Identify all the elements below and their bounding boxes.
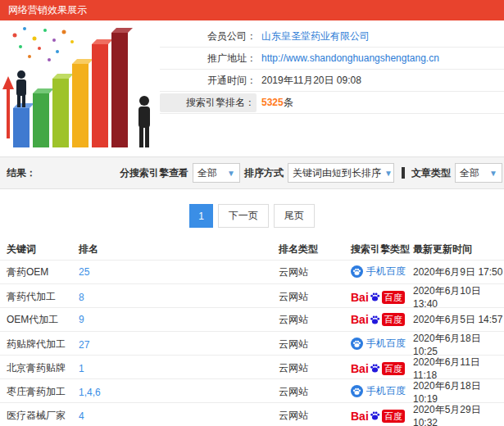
- table-row: 膏药代加工 8 云网站 Bai 百度 手机百度 2020年6月10日 13:40: [0, 284, 504, 308]
- header-rank-type: 排名类型: [279, 242, 351, 256]
- keyword-cell: 北京膏药贴牌: [7, 361, 79, 375]
- divider: [402, 167, 405, 179]
- baidu-bai-text: Bai: [351, 291, 369, 304]
- mobile-baidu-label: 手机百度: [366, 384, 406, 398]
- chevron-down-icon: ▼: [227, 169, 235, 178]
- header-updated: 最新更新时间: [413, 242, 504, 256]
- promo-url-link[interactable]: http://www.shandonghuangshengtang.cn: [261, 52, 439, 64]
- baidu-paw-icon: [370, 315, 380, 325]
- next-page-button[interactable]: 下一页: [218, 204, 269, 228]
- mobile-baidu-label: 手机百度: [366, 337, 406, 351]
- rank-link[interactable]: 9: [79, 314, 279, 325]
- mobile-baidu-logo: 手机百度: [351, 337, 406, 351]
- rank-count-number: 5325: [261, 97, 284, 108]
- baidu-logo: Bai 百度: [351, 362, 405, 375]
- mobile-baidu-icon: [351, 265, 363, 278]
- article-type-label: 文章类型: [411, 166, 451, 180]
- sort-label: 排序方式: [244, 166, 284, 180]
- rank-count-label: 搜索引擎排名：: [160, 93, 257, 112]
- rank-link[interactable]: 1,4,6: [79, 387, 279, 398]
- engine-cell: Bai 百度 手机百度: [351, 291, 413, 304]
- baidu-paw-icon: [370, 363, 380, 374]
- rank-link[interactable]: 4: [79, 410, 279, 422]
- page-title: 网络营销效果展示: [0, 0, 504, 20]
- table-row: 药贴牌代加工 27 云网站 Bai 百度 手机百度 2020年6月18日 10:…: [0, 332, 504, 356]
- rank-link[interactable]: 8: [79, 292, 279, 303]
- keyword-cell: 膏药代加工: [7, 290, 79, 304]
- engine-cell: Bai 百度 手机百度: [351, 313, 413, 326]
- mobile-baidu-logo: 手机百度: [351, 265, 406, 279]
- info-row-rank-count: 搜索引擎排名： 5325条: [160, 92, 504, 114]
- header-keyword: 关键词: [7, 242, 79, 256]
- info-row-open-time: 开通时间： 2019年11月20日 09:08: [160, 70, 504, 92]
- info-row-url: 推广地址： http://www.shandonghuangshengtang.…: [160, 48, 504, 70]
- article-type-select[interactable]: 全部 ▼: [455, 163, 502, 183]
- chevron-down-icon: ▼: [489, 169, 497, 178]
- engine-cell: Bai 百度 手机百度: [351, 362, 413, 375]
- table-row: 医疗器械厂家 4 云网站 Bai 百度 手机百度 2020年5月29日 10:3…: [0, 403, 504, 426]
- rank-type-cell: 云网站: [279, 361, 351, 375]
- keyword-cell: OEM代加工: [7, 313, 79, 327]
- company-link[interactable]: 山东皇圣堂药业有限公司: [261, 29, 370, 43]
- top-section: 会员公司： 山东皇圣堂药业有限公司 推广地址： http://www.shand…: [0, 20, 504, 152]
- rank-type-cell: 云网站: [279, 290, 351, 304]
- updated-cell: 2020年5月29日 10:32: [413, 403, 504, 426]
- pagination: 1 下一页 尾页: [0, 204, 504, 228]
- keyword-cell: 枣庄膏药加工: [7, 385, 79, 399]
- last-page-button[interactable]: 尾页: [274, 204, 315, 228]
- keyword-cell: 药贴牌代加工: [7, 338, 79, 351]
- table-row: 膏药OEM 25 云网站 Bai 百度 手机百度 2020年6月9日 17:50: [0, 261, 504, 284]
- mobile-baidu-logo: 手机百度: [351, 384, 406, 398]
- table-row: OEM代加工 9 云网站 Bai 百度 手机百度 2020年6月5日 14:57: [0, 308, 504, 332]
- rank-type-cell: 云网站: [279, 313, 351, 327]
- result-label: 结果：: [7, 166, 36, 180]
- marketing-illustration: [0, 20, 160, 152]
- rank-link[interactable]: 27: [79, 339, 279, 351]
- baidu-bai-text: Bai: [351, 410, 369, 423]
- promo-url-label: 推广地址：: [160, 52, 257, 66]
- info-row-company: 会员公司： 山东皇圣堂药业有限公司: [160, 25, 504, 48]
- engine-filter-label: 分搜索引擎查看: [120, 166, 188, 180]
- rank-type-cell: 云网站: [279, 409, 351, 423]
- table-header-row: 关键词 排名 排名类型 搜索引擎类型 最新更新时间: [0, 239, 504, 261]
- filter-bar: 结果： 分搜索引擎查看 全部 ▼ 排序方式 关键词由短到长排序 ▼ 文章类型 全…: [0, 156, 504, 189]
- rank-type-cell: 云网站: [279, 338, 351, 351]
- open-time-label: 开通时间：: [160, 74, 257, 88]
- baidu-du-text: 百度: [382, 291, 405, 304]
- updated-cell: 2020年6月5日 14:57: [413, 313, 504, 327]
- table-row: 枣庄膏药加工 1,4,6 云网站 Bai 百度 手机百度 2020年6月18日 …: [0, 379, 504, 403]
- page-1-button[interactable]: 1: [189, 204, 213, 228]
- header-engine-type: 搜索引擎类型: [351, 242, 413, 256]
- header-rank: 排名: [79, 242, 279, 256]
- baidu-du-text: 百度: [382, 313, 405, 326]
- keyword-cell: 医疗器械厂家: [7, 409, 79, 423]
- rank-type-cell: 云网站: [279, 265, 351, 279]
- engine-filter-value: 全部: [198, 166, 217, 180]
- article-type-value: 全部: [460, 166, 479, 180]
- keyword-cell: 膏药OEM: [7, 265, 79, 279]
- updated-cell: 2020年6月9日 17:50: [413, 265, 504, 279]
- baidu-bai-text: Bai: [351, 362, 369, 375]
- baidu-paw-icon: [370, 292, 380, 302]
- engine-cell: Bai 百度 手机百度: [351, 384, 413, 400]
- mobile-baidu-label: 手机百度: [366, 265, 406, 279]
- engine-filter-select[interactable]: 全部 ▼: [193, 163, 240, 183]
- sort-select-value: 关键词由短到长排序: [293, 166, 381, 180]
- engine-cell: Bai 百度 手机百度: [351, 337, 413, 352]
- rank-link[interactable]: 1: [79, 363, 279, 374]
- chevron-down-icon: ▼: [384, 169, 393, 178]
- updated-cell: 2020年6月18日 10:19: [413, 379, 504, 405]
- company-label: 会员公司：: [160, 29, 257, 43]
- results-table: 关键词 排名 排名类型 搜索引擎类型 最新更新时间 膏药OEM 25 云网站 B…: [0, 239, 504, 426]
- baidu-du-text: 百度: [382, 410, 405, 423]
- baidu-du-text: 百度: [382, 362, 405, 375]
- updated-cell: 2020年6月11日 11:18: [413, 356, 504, 381]
- updated-cell: 2020年6月10日 13:40: [413, 284, 504, 310]
- rank-link[interactable]: 25: [79, 266, 279, 278]
- engine-cell: Bai 百度 手机百度: [351, 265, 413, 280]
- sort-select[interactable]: 关键词由短到长排序 ▼: [288, 163, 394, 183]
- mobile-baidu-icon: [351, 385, 363, 397]
- baidu-logo: Bai 百度: [351, 313, 405, 326]
- filter-group: 分搜索引擎查看 全部 ▼ 排序方式 关键词由短到长排序 ▼ 文章类型 全部 ▼ …: [120, 162, 504, 184]
- table-body: 膏药OEM 25 云网站 Bai 百度 手机百度 2020年6月9日 17:50…: [0, 261, 504, 426]
